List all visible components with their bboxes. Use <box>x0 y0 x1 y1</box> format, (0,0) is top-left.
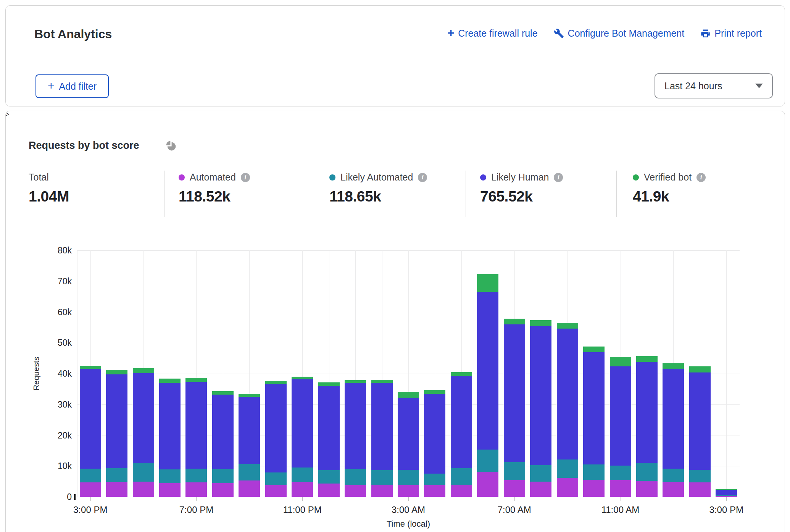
bar-segment-likely-human[interactable] <box>80 369 101 469</box>
bar-segment-likely-human[interactable] <box>583 352 605 464</box>
bar-segment-likely-automated[interactable] <box>477 450 498 471</box>
bar-segment-likely-human[interactable] <box>159 383 181 469</box>
bar-segment-likely-automated[interactable] <box>424 474 445 485</box>
bar-segment-likely-human[interactable] <box>345 383 366 469</box>
bar-segment-verified-bot[interactable] <box>133 368 154 373</box>
info-icon[interactable]: i <box>696 173 706 182</box>
bar-segment-likely-human[interactable] <box>530 326 551 465</box>
print-report-link[interactable]: Print report <box>700 28 762 39</box>
bar-segment-likely-automated[interactable] <box>663 469 684 482</box>
add-filter-button[interactable]: + Add filter <box>35 74 109 98</box>
bar-segment-verified-bot[interactable] <box>106 370 127 374</box>
bar-segment-likely-human[interactable] <box>557 329 578 459</box>
bar-segment-automated[interactable] <box>318 484 340 497</box>
bar-segment-automated[interactable] <box>663 482 684 497</box>
bar-segment-likely-human[interactable] <box>663 369 684 469</box>
bar-segment-verified-bot[interactable] <box>716 489 737 490</box>
bar-segment-automated[interactable] <box>557 478 578 497</box>
bar-segment-automated[interactable] <box>292 482 313 497</box>
bar-segment-likely-automated[interactable] <box>133 463 154 482</box>
bar-segment-verified-bot[interactable] <box>636 356 658 362</box>
bar-segment-likely-automated[interactable] <box>451 468 472 485</box>
bar-segment-automated[interactable] <box>106 482 127 497</box>
bar-segment-verified-bot[interactable] <box>80 366 101 369</box>
bar-segment-likely-automated[interactable] <box>583 464 605 480</box>
bar-segment-automated[interactable] <box>159 483 181 497</box>
bar-segment-likely-human[interactable] <box>398 398 419 470</box>
info-icon[interactable]: i <box>554 173 563 182</box>
bar-segment-verified-bot[interactable] <box>477 274 498 292</box>
info-icon[interactable]: i <box>241 173 250 182</box>
bar-segment-likely-human[interactable] <box>477 292 498 450</box>
bar-segment-likely-human[interactable] <box>185 382 207 469</box>
bar-segment-likely-human[interactable] <box>371 383 393 470</box>
bar-segment-likely-human[interactable] <box>424 394 445 474</box>
bar-segment-verified-bot[interactable] <box>371 380 393 383</box>
create-firewall-rule-link[interactable]: + Create firewall rule <box>448 28 538 39</box>
bar-segment-verified-bot[interactable] <box>610 357 631 366</box>
bar-segment-likely-automated[interactable] <box>292 468 313 482</box>
bar-segment-automated[interactable] <box>133 482 154 497</box>
bar-segment-likely-automated[interactable] <box>212 469 234 483</box>
bar-segment-likely-automated[interactable] <box>318 470 340 484</box>
bar-segment-verified-bot[interactable] <box>504 319 525 324</box>
bar-segment-automated[interactable] <box>504 480 525 497</box>
bar-segment-likely-automated[interactable] <box>185 469 207 482</box>
bar-segment-automated[interactable] <box>477 472 498 497</box>
bar-segment-likely-human[interactable] <box>716 490 737 495</box>
bar-segment-likely-automated[interactable] <box>636 463 658 481</box>
bar-segment-automated[interactable] <box>185 482 207 497</box>
bar-segment-verified-bot[interactable] <box>292 377 313 379</box>
bar-segment-verified-bot[interactable] <box>424 390 445 394</box>
bar-segment-verified-bot[interactable] <box>451 372 472 376</box>
bar-segment-automated[interactable] <box>451 485 472 497</box>
bar-segment-automated[interactable] <box>371 485 393 497</box>
bar-segment-automated[interactable] <box>610 480 631 497</box>
bar-segment-automated[interactable] <box>716 496 737 497</box>
bar-segment-likely-human[interactable] <box>689 372 711 470</box>
configure-bot-management-link[interactable]: Configure Bot Management <box>554 28 685 39</box>
bar-segment-verified-bot[interactable] <box>159 379 181 383</box>
bar-segment-automated[interactable] <box>424 485 445 497</box>
bar-segment-verified-bot[interactable] <box>265 381 287 384</box>
bar-segment-verified-bot[interactable] <box>689 366 711 372</box>
bar-segment-likely-human[interactable] <box>636 362 658 463</box>
bar-segment-likely-automated[interactable] <box>345 469 366 485</box>
bar-segment-likely-automated[interactable] <box>504 462 525 480</box>
bar-segment-automated[interactable] <box>583 480 605 497</box>
bar-segment-likely-human[interactable] <box>212 395 234 469</box>
bar-segment-automated[interactable] <box>530 482 551 497</box>
bar-segment-likely-human[interactable] <box>292 379 313 468</box>
bar-segment-automated[interactable] <box>636 481 658 497</box>
bar-segment-verified-bot[interactable] <box>318 382 340 386</box>
bar-segment-likely-automated[interactable] <box>398 470 419 485</box>
bar-segment-likely-automated[interactable] <box>159 469 181 483</box>
bar-segment-automated[interactable] <box>345 485 366 497</box>
bar-segment-likely-human[interactable] <box>318 386 340 470</box>
bar-segment-automated[interactable] <box>212 483 234 497</box>
time-range-select[interactable]: Last 24 hours <box>655 73 773 98</box>
bar-segment-likely-automated[interactable] <box>265 472 287 485</box>
bar-segment-automated[interactable] <box>398 485 419 497</box>
bar-segment-automated[interactable] <box>689 482 711 497</box>
bar-segment-verified-bot[interactable] <box>530 320 551 326</box>
bar-segment-likely-automated[interactable] <box>530 465 551 482</box>
bar-segment-automated[interactable] <box>239 480 260 497</box>
bar-segment-likely-human[interactable] <box>133 373 154 463</box>
bar-segment-verified-bot[interactable] <box>583 347 605 352</box>
bar-segment-likely-automated[interactable] <box>610 466 631 480</box>
bar-segment-likely-automated[interactable] <box>371 470 393 485</box>
bar-segment-likely-automated[interactable] <box>80 469 101 482</box>
bar-segment-likely-automated[interactable] <box>239 464 260 480</box>
bar-segment-automated[interactable] <box>265 485 287 497</box>
bar-segment-likely-human[interactable] <box>451 376 472 468</box>
info-icon[interactable]: i <box>418 173 427 182</box>
bar-segment-likely-human[interactable] <box>239 397 260 464</box>
bar-segment-likely-human[interactable] <box>265 384 287 472</box>
bar-segment-verified-bot[interactable] <box>398 392 419 398</box>
bar-segment-likely-automated[interactable] <box>557 459 578 478</box>
bar-segment-verified-bot[interactable] <box>345 380 366 383</box>
bar-segment-likely-automated[interactable] <box>716 495 737 496</box>
bar-segment-likely-human[interactable] <box>504 324 525 462</box>
bar-segment-verified-bot[interactable] <box>185 378 207 382</box>
